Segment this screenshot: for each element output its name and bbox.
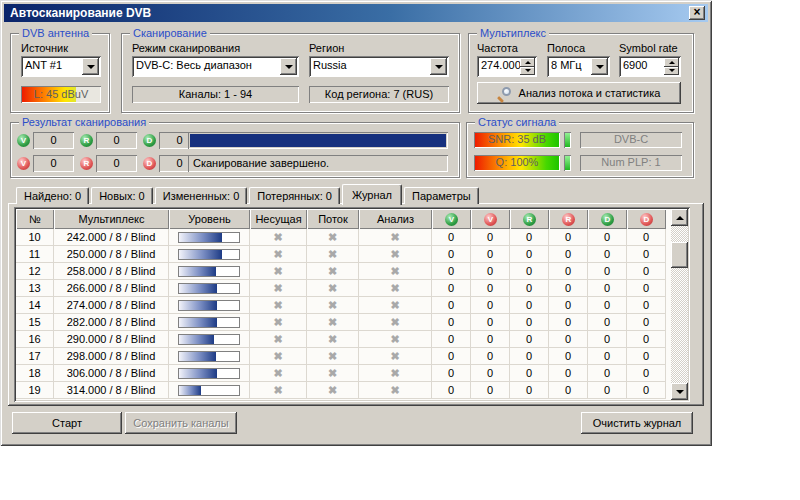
cell-analysis: ✖ bbox=[359, 382, 432, 399]
green-d-icon: D bbox=[143, 134, 156, 147]
cell-count: 0 bbox=[510, 382, 549, 399]
snr-meter: SNR: 35 dB bbox=[474, 132, 560, 148]
table-row[interactable]: 11250.000 / 8 / Blind✖✖✖000000 bbox=[16, 246, 671, 263]
column-header-red-v: V bbox=[471, 209, 510, 229]
tab-2[interactable]: Измененных: 0 bbox=[155, 187, 248, 204]
arrow-down-icon bbox=[669, 69, 675, 72]
cell-stream: ✖ bbox=[307, 314, 359, 331]
tab-0[interactable]: Найдено: 0 bbox=[16, 187, 89, 204]
cell-multiplex: 242.000 / 8 / Blind bbox=[54, 229, 169, 246]
cell-count: 0 bbox=[549, 246, 588, 263]
cell-count: 0 bbox=[627, 229, 666, 246]
bandwidth-select[interactable]: 8 МГц bbox=[547, 56, 610, 77]
cell-count: 0 bbox=[549, 331, 588, 348]
source-select[interactable]: ANT #1 bbox=[21, 56, 101, 77]
cell-stream: ✖ bbox=[307, 348, 359, 365]
level-bar bbox=[178, 351, 240, 362]
scan-mode-dropdown-button[interactable] bbox=[280, 58, 297, 75]
cell-count: 0 bbox=[471, 263, 510, 280]
level-bar bbox=[178, 249, 240, 260]
cross-icon: ✖ bbox=[390, 300, 399, 311]
analyze-stream-button[interactable]: Анализ потока и статистика bbox=[477, 82, 681, 104]
cross-icon: ✖ bbox=[273, 232, 282, 243]
cell-count: 0 bbox=[510, 280, 549, 297]
frequency-down-button[interactable] bbox=[520, 67, 535, 76]
frequency-spinbox[interactable]: 274.000 bbox=[477, 56, 537, 77]
cell-stream: ✖ bbox=[307, 280, 359, 297]
log-table-header: №МультиплексУровеньНесущаяПотокАнализVVR… bbox=[16, 209, 671, 229]
frequency-up-button[interactable] bbox=[520, 58, 535, 67]
cell-count: 0 bbox=[471, 280, 510, 297]
cell-level bbox=[169, 314, 250, 331]
red-v-icon: V bbox=[484, 213, 497, 226]
column-header-green-d: D bbox=[588, 209, 627, 229]
tab-5[interactable]: Параметры bbox=[404, 187, 479, 204]
cell-num: 17 bbox=[16, 348, 54, 365]
cell-count: 0 bbox=[549, 365, 588, 382]
red-d-icon: D bbox=[143, 157, 156, 170]
cell-count: 0 bbox=[432, 348, 471, 365]
level-bar bbox=[178, 334, 240, 345]
level-bar bbox=[178, 368, 240, 379]
tab-1[interactable]: Новых: 0 bbox=[91, 187, 153, 204]
counter-green-r: 0 bbox=[96, 132, 137, 149]
tab-4-active[interactable]: Журнал bbox=[342, 184, 402, 205]
source-dropdown-button[interactable] bbox=[82, 58, 99, 75]
chevron-down-icon bbox=[435, 65, 443, 69]
source-value: ANT #1 bbox=[25, 59, 81, 71]
signal-status-group-title: Статус сигнала bbox=[475, 116, 559, 129]
cross-icon: ✖ bbox=[390, 334, 399, 345]
scrollbar-up-button[interactable] bbox=[671, 209, 688, 226]
cell-level bbox=[169, 382, 250, 399]
scan-group-title: Сканирование bbox=[130, 27, 210, 40]
cell-multiplex: 266.000 / 8 / Blind bbox=[54, 280, 169, 297]
scan-mode-select[interactable]: DVB-C: Весь диапазон bbox=[132, 56, 299, 77]
column-header-green-v: V bbox=[432, 209, 471, 229]
table-row[interactable]: 13266.000 / 8 / Blind✖✖✖000000 bbox=[16, 280, 671, 297]
cell-stream: ✖ bbox=[307, 382, 359, 399]
table-row[interactable]: 17298.000 / 8 / Blind✖✖✖000000 bbox=[16, 348, 671, 365]
cross-icon: ✖ bbox=[390, 317, 399, 328]
start-button[interactable]: Старт bbox=[12, 412, 122, 434]
symbol-rate-down-button[interactable] bbox=[664, 67, 679, 76]
close-button[interactable]: × bbox=[689, 6, 705, 20]
cell-carrier: ✖ bbox=[250, 297, 307, 314]
cell-num: 11 bbox=[16, 246, 54, 263]
table-row[interactable]: 15282.000 / 8 / Blind✖✖✖000000 bbox=[16, 314, 671, 331]
scan-result-group-title: Результат сканирования bbox=[19, 116, 149, 129]
cell-count: 0 bbox=[549, 229, 588, 246]
region-dropdown-button[interactable] bbox=[430, 58, 447, 75]
cross-icon: ✖ bbox=[390, 266, 399, 277]
scan-progress-fill bbox=[190, 134, 446, 147]
bandwidth-dropdown-button[interactable] bbox=[591, 58, 608, 75]
symbol-rate-up-button[interactable] bbox=[664, 58, 679, 67]
cell-count: 0 bbox=[432, 314, 471, 331]
table-row[interactable]: 18306.000 / 8 / Blind✖✖✖000000 bbox=[16, 365, 671, 382]
table-row[interactable]: 14274.000 / 8 / Blind✖✖✖000000 bbox=[16, 297, 671, 314]
symbol-rate-spinbox[interactable]: 6900 bbox=[619, 56, 681, 77]
clear-log-button[interactable]: Очистить журнал bbox=[581, 412, 693, 434]
cell-num: 18 bbox=[16, 365, 54, 382]
cross-icon: ✖ bbox=[328, 317, 337, 328]
scrollbar-down-button[interactable] bbox=[671, 383, 688, 400]
cell-analysis: ✖ bbox=[359, 280, 432, 297]
table-row[interactable]: 10242.000 / 8 / Blind✖✖✖000000 bbox=[16, 229, 671, 246]
column-header: Несущая bbox=[250, 209, 307, 229]
cell-carrier: ✖ bbox=[250, 280, 307, 297]
tab-3[interactable]: Потерянных: 0 bbox=[249, 187, 340, 204]
region-select[interactable]: Russia bbox=[309, 56, 449, 77]
level-bar-fill bbox=[179, 250, 222, 259]
table-scrollbar[interactable] bbox=[671, 209, 688, 400]
cross-icon: ✖ bbox=[390, 368, 399, 379]
table-row[interactable]: 16290.000 / 8 / Blind✖✖✖000000 bbox=[16, 331, 671, 348]
cell-count: 0 bbox=[588, 246, 627, 263]
cell-num: 12 bbox=[16, 263, 54, 280]
cell-analysis: ✖ bbox=[359, 348, 432, 365]
table-row[interactable]: 12258.000 / 8 / Blind✖✖✖000000 bbox=[16, 263, 671, 280]
cell-count: 0 bbox=[432, 229, 471, 246]
table-row[interactable]: 19314.000 / 8 / Blind✖✖✖000000 bbox=[16, 382, 671, 399]
cell-count: 0 bbox=[471, 314, 510, 331]
cell-analysis: ✖ bbox=[359, 365, 432, 382]
scrollbar-thumb[interactable] bbox=[671, 242, 688, 268]
cell-count: 0 bbox=[627, 246, 666, 263]
